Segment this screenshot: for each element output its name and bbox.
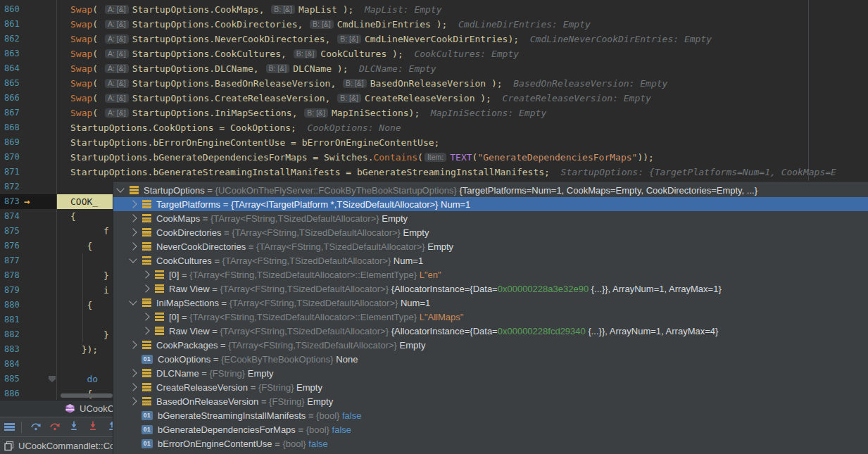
chevron-down-icon[interactable] <box>116 184 124 192</box>
step-over-icon[interactable] <box>26 421 45 434</box>
code-line: { <box>70 239 92 253</box>
parameter-hint-chip: A: [&] <box>105 108 129 118</box>
variable-row[interactable]: Raw View = {TArray<FString,TSizedDefault… <box>113 282 868 296</box>
equals-sign: = <box>296 424 306 435</box>
code-segment: do <box>70 374 98 384</box>
code-segment: StartupOptions.NeverCookDirectories, <box>132 34 336 44</box>
horizontal-scrollbar-thumb[interactable] <box>61 393 113 398</box>
code-segment: } <box>70 329 109 340</box>
force-step-into-icon[interactable] <box>83 421 102 434</box>
inline-debugger-hint: StartupOptions: {TargetPlatforms=Num=1, … <box>550 167 836 177</box>
line-number[interactable]: 864 <box>4 61 46 76</box>
variable-row[interactable]: CookPackages = {TArray<FString,TSizedDef… <box>113 338 868 352</box>
code-segment: { <box>70 241 92 251</box>
equals-sign: = <box>210 284 220 294</box>
chevron-right-icon[interactable] <box>129 242 137 250</box>
line-number[interactable]: 868 <box>4 120 46 135</box>
line-number[interactable]: 886 <box>4 386 46 401</box>
line-number[interactable]: 874 <box>4 209 46 224</box>
variable-value: Empty <box>427 241 453 252</box>
chevron-right-icon[interactable] <box>129 200 137 208</box>
variable-row[interactable]: BasedOnReleaseVersion = {FString} Empty <box>113 394 868 408</box>
variable-row[interactable]: DLCName = {FString} Empty <box>113 366 868 380</box>
parameter-hint-chip: A: [&] <box>105 20 129 29</box>
variable-type: {bool} <box>316 410 342 421</box>
chevron-down-icon[interactable] <box>129 297 137 305</box>
line-number[interactable]: 879 <box>4 283 46 298</box>
execution-line-highlight: COOK_ <box>57 194 113 209</box>
line-number[interactable]: 867 <box>4 106 46 120</box>
variable-text: Raw View = {TArray<FString,TSizedDefault… <box>169 284 722 294</box>
equals-sign: = <box>210 354 221 365</box>
fold-marker-icon[interactable] <box>49 376 56 382</box>
chevron-right-icon[interactable] <box>129 383 137 391</box>
code-line: Swap( A: [&]StartupOptions.CookDirectori… <box>70 17 591 32</box>
line-number[interactable]: 875 <box>4 224 46 239</box>
line-number[interactable]: 880 <box>4 298 46 313</box>
variable-name: TargetPlatforms <box>156 199 220 210</box>
force-step-over-icon[interactable] <box>45 421 64 434</box>
variable-row[interactable]: 01CookOptions = {ECookByTheBookOptions} … <box>113 352 868 366</box>
chevron-right-icon[interactable] <box>129 214 137 222</box>
variable-row[interactable]: CookMaps = {TArray<FString,TSizedDefault… <box>113 211 868 225</box>
variable-type: {ECookByTheBookOptions} <box>221 354 336 365</box>
menu-icon[interactable] <box>4 423 15 431</box>
line-number[interactable]: 860 <box>4 2 46 17</box>
code-segment: TEXT <box>450 152 472 163</box>
line-number[interactable]: 865 <box>4 76 46 91</box>
line-number[interactable]: 882 <box>4 327 46 342</box>
variable-row[interactable]: TargetPlatforms = {TArray<ITargetPlatfor… <box>113 197 868 211</box>
variable-row[interactable]: CookCultures = {TArray<FString,TSizedDef… <box>113 253 868 267</box>
variable-row[interactable]: NeverCookDirectories = {TArray<FString,T… <box>113 239 868 253</box>
code-segment: DLCName ); <box>293 63 348 74</box>
chevron-right-icon[interactable] <box>141 270 149 278</box>
line-number[interactable]: 866 <box>4 91 46 106</box>
step-into-icon[interactable] <box>64 421 83 434</box>
line-number[interactable]: 862 <box>4 32 46 46</box>
variable-row[interactable]: 01bErrorOnEngineContentUse = {bool} fals… <box>113 436 868 450</box>
code-segment: Swap <box>70 4 92 15</box>
line-number[interactable]: 863 <box>4 46 46 61</box>
variable-type: {FString} <box>258 382 296 393</box>
variable-row[interactable]: [0] = {TArray<FString,TSizedDefaultAlloc… <box>113 310 868 324</box>
variable-row[interactable]: 01bGenerateStreamingInstallManifests = {… <box>113 408 868 422</box>
line-number[interactable]: 871 <box>4 165 46 179</box>
line-number[interactable]: 881 <box>4 313 46 327</box>
variable-row[interactable]: StartupOptions = {UCookOnTheFlyServer::F… <box>113 183 868 197</box>
variable-row[interactable]: Raw View = {TArray<FString,TSizedDefault… <box>113 324 868 338</box>
chevron-right-icon[interactable] <box>129 341 137 348</box>
line-number[interactable]: 876 <box>4 239 46 253</box>
line-number[interactable]: 878 <box>4 268 46 283</box>
line-number[interactable]: 885 <box>4 372 46 386</box>
line-number[interactable]: 884 <box>4 357 46 372</box>
variable-value: Empty <box>307 396 333 407</box>
line-number[interactable]: 872 <box>4 179 46 194</box>
chevron-right-icon[interactable] <box>141 327 149 334</box>
chevron-right-icon[interactable] <box>141 313 149 320</box>
variable-type: {UCookOnTheFlyServer::FCookByTheBookStar… <box>215 185 460 196</box>
chevron-right-icon[interactable] <box>141 284 149 292</box>
variable-row[interactable]: CookDirectories = {TArray<FString,TSized… <box>113 225 868 239</box>
variable-type: {TArray<FString,TSizedDefaultAllocator>} <box>220 326 391 336</box>
debugger-variables-popup[interactable]: StartupOptions = {UCookOnTheFlyServer::F… <box>113 181 868 454</box>
line-number[interactable]: 861 <box>4 17 46 32</box>
chevron-right-icon[interactable] <box>129 397 137 405</box>
variable-type: {TArray<FString,TSizedDefaultAllocator>} <box>228 340 399 351</box>
chevron-down-icon[interactable] <box>129 255 137 263</box>
code-segment: ( <box>92 34 103 44</box>
chevron-right-icon[interactable] <box>129 369 137 377</box>
variable-row[interactable]: 01bGenerateDependenciesForMaps = {bool} … <box>113 422 868 436</box>
variable-row[interactable]: IniMapSections = {TArray<FString,TSizedD… <box>113 296 868 310</box>
variable-row[interactable]: [0] = {TArray<FString,TSizedDefaultAlloc… <box>113 267 868 282</box>
chevron-right-icon[interactable] <box>129 228 137 236</box>
line-number[interactable]: 877 <box>4 253 46 268</box>
variable-row[interactable]: CreateReleaseVersion = {FString} Empty <box>113 380 868 394</box>
variable-primitive-icon: 01 <box>141 425 153 434</box>
line-number[interactable]: 873 <box>4 194 46 209</box>
equals-sign: = <box>179 312 189 322</box>
variable-name: IniMapSections <box>156 298 219 308</box>
line-number[interactable]: 870 <box>4 150 46 165</box>
line-number[interactable]: 883 <box>4 342 46 357</box>
line-number[interactable]: 869 <box>4 135 46 150</box>
variable-name: CookMaps <box>156 213 200 224</box>
